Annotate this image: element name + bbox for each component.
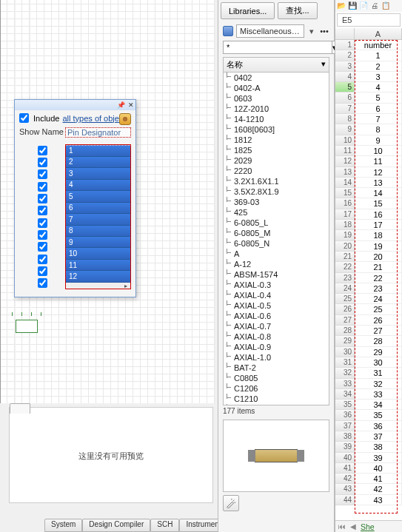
- sheet-row[interactable]: 2120: [335, 252, 402, 262]
- cell[interactable]: 24: [355, 294, 402, 304]
- pin-row[interactable]: 12: [66, 271, 130, 282]
- sheet-row[interactable]: 4241: [335, 474, 402, 484]
- open-icon[interactable]: 📂: [337, 1, 346, 10]
- tree-item[interactable]: AXIAL-0.5: [224, 300, 329, 311]
- preview-tab[interactable]: [10, 403, 30, 414]
- inspector-titlebar[interactable]: 📌 ✕: [15, 100, 135, 110]
- sheet-row[interactable]: 2019: [335, 241, 402, 252]
- cell[interactable]: 39: [355, 453, 402, 463]
- row-number[interactable]: 35: [335, 400, 355, 410]
- row-number[interactable]: 27: [335, 315, 355, 326]
- pin-row[interactable]: 5: [66, 191, 130, 202]
- status-tab[interactable]: Design Compiler: [82, 519, 150, 532]
- row-number[interactable]: 12: [335, 156, 355, 166]
- row-number[interactable]: 17: [335, 209, 355, 220]
- row-number[interactable]: 31: [335, 357, 355, 368]
- status-tab[interactable]: System: [44, 519, 82, 532]
- showname-check[interactable]: [19, 277, 65, 289]
- tree-item[interactable]: 6-0805_L: [224, 218, 329, 228]
- include-checkbox[interactable]: [19, 113, 29, 123]
- tree-item[interactable]: C1210: [224, 394, 329, 404]
- nav-prev-icon[interactable]: ◀: [350, 522, 356, 531]
- row-number[interactable]: 8: [335, 114, 355, 124]
- pin-row[interactable]: 11: [66, 260, 130, 271]
- row-number[interactable]: 25: [335, 294, 355, 304]
- tree-item[interactable]: 2220: [224, 166, 329, 176]
- sheet-row[interactable]: 4342: [335, 484, 402, 494]
- sheet-row[interactable]: 2928: [335, 336, 402, 346]
- showname-check[interactable]: [19, 217, 65, 229]
- sheet-row[interactable]: 65: [335, 92, 402, 103]
- row-number[interactable]: 6: [335, 92, 355, 103]
- row-number[interactable]: 29: [335, 336, 355, 346]
- sheet-body[interactable]: 1number213243546576879810911101211131214…: [335, 40, 402, 520]
- sheet-row[interactable]: 4140: [335, 463, 402, 474]
- pin-row[interactable]: 9: [66, 237, 130, 248]
- sheet-row[interactable]: 1514: [335, 188, 402, 198]
- row-number[interactable]: 41: [335, 463, 355, 474]
- cell[interactable]: 31: [355, 368, 402, 378]
- showname-check[interactable]: [19, 253, 65, 265]
- cell[interactable]: 10: [355, 146, 402, 156]
- tree-item[interactable]: A: [224, 249, 329, 259]
- row-number[interactable]: 42: [335, 474, 355, 484]
- row-number[interactable]: 10: [335, 135, 355, 146]
- chevron-down-icon[interactable]: ▾: [321, 59, 326, 70]
- row-number[interactable]: 32: [335, 368, 355, 378]
- tree-item[interactable]: 0402: [224, 73, 329, 83]
- cell[interactable]: 14: [355, 188, 402, 198]
- pin-row[interactable]: 3: [66, 168, 130, 179]
- sheet-row[interactable]: 1615: [335, 198, 402, 209]
- preferences-icon[interactable]: [119, 113, 131, 125]
- cell[interactable]: 43: [355, 495, 402, 505]
- showname-check[interactable]: [19, 156, 65, 168]
- tree-item[interactable]: ABSM-1574: [224, 269, 329, 280]
- sheet-row[interactable]: 1312: [335, 167, 402, 178]
- cell[interactable]: 33: [355, 389, 402, 400]
- cell[interactable]: 16: [355, 209, 402, 220]
- sheet-row[interactable]: 3736: [335, 421, 402, 431]
- tree-item[interactable]: 12Z-2010: [224, 104, 329, 114]
- tree-header[interactable]: 名称 ▾: [223, 57, 329, 73]
- sheet-row[interactable]: 2322: [335, 273, 402, 283]
- sheet-row[interactable]: 3332: [335, 379, 402, 389]
- sheet-row[interactable]: 3938: [335, 442, 402, 452]
- row-number[interactable]: 43: [335, 484, 355, 494]
- sheet-row[interactable]: 1716: [335, 209, 402, 220]
- cell[interactable]: 13: [355, 178, 402, 188]
- row-number[interactable]: 20: [335, 241, 355, 252]
- nav-first-icon[interactable]: ⏮: [338, 522, 346, 531]
- sheet-row[interactable]: 4443: [335, 495, 402, 505]
- cell[interactable]: 41: [355, 474, 402, 484]
- cell[interactable]: 36: [355, 421, 402, 431]
- tree-item[interactable]: 369-03: [224, 197, 329, 207]
- pin-icon[interactable]: 📌: [117, 101, 125, 109]
- sheet-row[interactable]: 3029: [335, 347, 402, 357]
- tree-item[interactable]: 3.2X1.6X1.1: [224, 176, 329, 186]
- cell[interactable]: 29: [355, 347, 402, 357]
- row-number[interactable]: 9: [335, 124, 355, 135]
- cell[interactable]: 11: [355, 156, 402, 166]
- sheet-row[interactable]: 2827: [335, 326, 402, 336]
- cell[interactable]: 30: [355, 357, 402, 368]
- sheet-row[interactable]: 21: [335, 50, 402, 61]
- cell[interactable]: 35: [355, 410, 402, 420]
- tree-item[interactable]: 1825: [224, 145, 329, 155]
- cell[interactable]: 42: [355, 484, 402, 494]
- save-icon[interactable]: 💾: [348, 1, 357, 10]
- showname-check[interactable]: [19, 229, 65, 240]
- row-number[interactable]: 24: [335, 283, 355, 294]
- row-number[interactable]: 23: [335, 273, 355, 283]
- sheet-row[interactable]: 2726: [335, 315, 402, 326]
- tree-item[interactable]: AXIAL-0.7: [224, 321, 329, 331]
- pin-row[interactable]: 6: [66, 203, 130, 214]
- cell[interactable]: 32: [355, 379, 402, 389]
- tree-item[interactable]: 0603: [224, 93, 329, 104]
- pin-row[interactable]: 2: [66, 157, 130, 168]
- row-number[interactable]: 2: [335, 50, 355, 61]
- scroll-right-icon[interactable]: ▸: [66, 283, 130, 289]
- tree-item[interactable]: 6-0805_M: [224, 228, 329, 238]
- tree-item[interactable]: AXIAL-0.6: [224, 311, 329, 321]
- showname-check[interactable]: [19, 144, 65, 156]
- row-number[interactable]: 14: [335, 178, 355, 188]
